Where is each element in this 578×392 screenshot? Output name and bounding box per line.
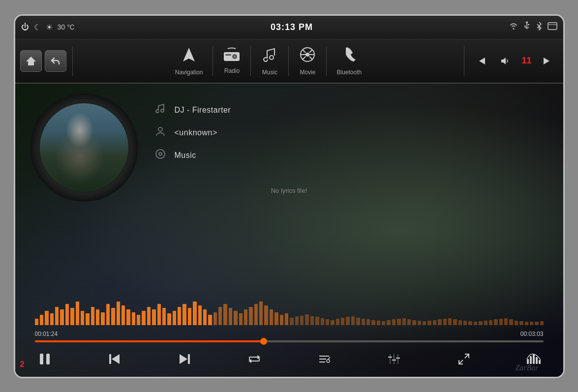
volume-icon-button[interactable] xyxy=(495,50,517,72)
nav-item-bluetooth[interactable]: Bluetooth xyxy=(328,43,370,79)
pause-button[interactable] xyxy=(35,349,55,369)
vis-bar xyxy=(356,318,360,325)
svg-rect-3 xyxy=(528,24,529,25)
svg-rect-11 xyxy=(225,54,231,56)
vis-bar xyxy=(193,302,196,325)
svg-marker-32 xyxy=(180,354,187,364)
back-button[interactable] xyxy=(45,50,66,72)
vis-bar xyxy=(40,315,43,325)
svg-point-27 xyxy=(159,152,162,155)
vis-bar xyxy=(157,304,161,325)
next-track-button[interactable] xyxy=(175,349,194,369)
power-icon[interactable]: ⏻ xyxy=(21,23,29,31)
svg-marker-22 xyxy=(501,58,506,64)
vis-bar xyxy=(35,319,38,325)
song-title-row: DJ - Firestarter xyxy=(153,103,231,117)
vis-bar xyxy=(254,304,258,325)
svg-line-47 xyxy=(465,354,469,358)
vis-bar xyxy=(433,320,436,325)
vis-bar xyxy=(76,302,79,325)
nav-item-radio[interactable]: Radio xyxy=(214,44,249,77)
vis-bar xyxy=(101,312,104,325)
vis-bar xyxy=(530,322,533,325)
night-mode-icon[interactable]: ☾ xyxy=(34,23,41,32)
vis-bar xyxy=(208,315,212,325)
vis-bar xyxy=(91,307,94,325)
vis-bar xyxy=(300,316,304,325)
next-track-nav-button[interactable] xyxy=(537,50,558,72)
vis-bar xyxy=(270,309,273,325)
vis-bar xyxy=(443,319,447,325)
vis-bar xyxy=(126,309,130,325)
vis-bar xyxy=(346,317,349,325)
vis-bar xyxy=(55,307,59,325)
svg-rect-53 xyxy=(539,360,541,364)
progress-bar[interactable] xyxy=(35,340,544,342)
svg-point-25 xyxy=(158,127,162,131)
nav-item-music[interactable]: Music xyxy=(252,43,287,79)
vis-bar xyxy=(489,320,492,325)
svg-marker-21 xyxy=(479,58,485,64)
vis-bar xyxy=(50,313,54,325)
vis-bar xyxy=(362,319,365,325)
song-album: Music xyxy=(175,151,196,160)
svg-rect-8 xyxy=(224,52,240,61)
vis-bar xyxy=(152,309,155,325)
brightness-icon[interactable]: ☀ xyxy=(46,23,53,32)
vis-bar xyxy=(494,319,497,325)
album-art-container xyxy=(35,98,133,197)
vis-bar xyxy=(234,311,237,325)
vis-bar xyxy=(336,319,339,325)
vis-bar xyxy=(65,304,69,325)
vis-bar xyxy=(203,309,207,325)
radio-icon xyxy=(223,47,241,65)
svg-rect-1 xyxy=(526,22,528,23)
nav-item-movie[interactable]: Movie xyxy=(290,43,325,79)
svg-point-26 xyxy=(156,150,165,158)
artist-icon xyxy=(153,126,168,140)
prev-track-button[interactable] xyxy=(105,349,124,369)
nav-item-navigation[interactable]: Navigation xyxy=(166,43,212,79)
song-album-row: Music xyxy=(153,149,231,162)
vis-bar xyxy=(392,319,395,325)
prev-track-nav-button[interactable] xyxy=(470,50,492,72)
vis-bar xyxy=(326,319,329,325)
svg-line-48 xyxy=(459,360,463,364)
expand-button[interactable] xyxy=(454,349,474,369)
vis-bar xyxy=(178,307,181,325)
home-button[interactable] xyxy=(20,50,42,72)
svg-point-39 xyxy=(327,360,330,362)
progress-times: 00:01:24 00:03:03 xyxy=(35,331,544,337)
vis-bar xyxy=(244,309,247,325)
album-icon xyxy=(153,149,168,162)
vis-bar xyxy=(295,316,299,325)
svg-line-17 xyxy=(303,50,305,53)
vis-bar xyxy=(213,312,217,325)
repeat-button[interactable] xyxy=(244,349,264,369)
progress-fill xyxy=(35,340,264,342)
vis-bar xyxy=(70,308,74,325)
clock-display: 03:13 PM xyxy=(271,22,313,32)
time-total: 00:03:03 xyxy=(520,331,544,337)
window-icon[interactable] xyxy=(548,22,557,32)
vis-bar xyxy=(188,308,191,325)
svg-point-14 xyxy=(305,53,309,57)
time-elapsed: 00:01:24 xyxy=(35,331,58,337)
progress-thumb xyxy=(260,338,267,345)
vis-bar xyxy=(331,320,334,325)
temperature-display: 30 °C xyxy=(58,23,75,31)
vis-bar xyxy=(183,304,186,325)
playlist-button[interactable] xyxy=(314,349,334,369)
vis-bar xyxy=(122,305,125,325)
vis-bar xyxy=(423,321,426,325)
vis-bar xyxy=(280,315,283,325)
carbar-logo: ZarBar xyxy=(515,362,538,373)
vis-bar xyxy=(453,319,456,325)
vis-bar xyxy=(223,304,227,325)
vis-bar xyxy=(509,319,513,325)
equalizer-button[interactable] xyxy=(384,349,404,369)
vis-bar xyxy=(366,319,370,325)
bluetooth-status-icon xyxy=(536,22,543,32)
music-note-icon xyxy=(153,103,168,117)
vis-bar xyxy=(504,318,508,325)
